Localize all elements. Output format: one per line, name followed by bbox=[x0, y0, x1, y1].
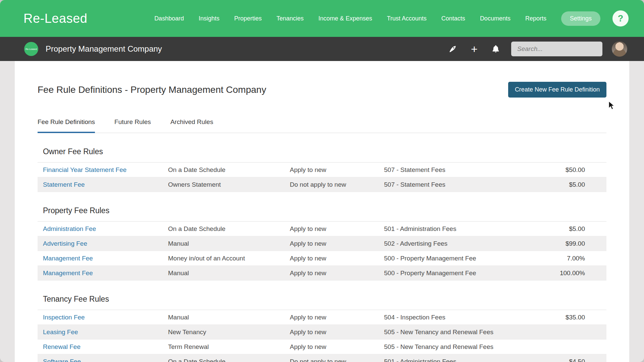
fee-rule-link[interactable]: Renewal Fee bbox=[43, 343, 80, 350]
fee-rule-link[interactable]: Administration Fee bbox=[43, 225, 96, 232]
nav-item-income-expenses[interactable]: Income & Expenses bbox=[318, 15, 372, 22]
fee-rule-apply-mode: Apply to new bbox=[290, 166, 384, 174]
fee-rule-link[interactable]: Management Fee bbox=[43, 269, 93, 277]
section-title: Owner Fee Rules bbox=[38, 147, 606, 156]
fee-rule-apply-mode: Apply to new bbox=[290, 255, 384, 262]
fee-rule-row: Renewal FeeTerm RenewalApply to new505 -… bbox=[38, 340, 606, 354]
app-window: Re-Leased DashboardInsightsPropertiesTen… bbox=[0, 0, 644, 362]
fee-rule-schedule-type: On a Date Schedule bbox=[168, 166, 290, 174]
tab-fee-rule-definitions[interactable]: Fee Rule Definitions bbox=[38, 118, 95, 133]
fee-rule-schedule-type: Term Renewal bbox=[168, 343, 290, 351]
main-nav: DashboardInsightsPropertiesTenanciesInco… bbox=[154, 11, 600, 26]
fee-rule-account: 507 - Statement Fees bbox=[384, 181, 536, 188]
fee-rule-name-cell: Management Fee bbox=[38, 269, 168, 277]
fee-rule-apply-mode: Apply to new bbox=[290, 314, 384, 321]
company-bar-actions: + bbox=[447, 41, 627, 57]
fee-rule-link[interactable]: Financial Year Statement Fee bbox=[43, 166, 126, 173]
fee-rule-name-cell: Inspection Fee bbox=[38, 314, 168, 321]
fee-rule-link[interactable]: Statement Fee bbox=[43, 181, 85, 188]
fee-rule-row: Statement FeeOwners StatementDo not appl… bbox=[38, 177, 606, 192]
fee-rule-amount: 7.00% bbox=[536, 255, 606, 262]
fee-rule-account: 501 - Administration Fees bbox=[384, 225, 536, 233]
fee-rule-account: 505 - New Tenancy and Renewal Fees bbox=[384, 328, 536, 336]
fee-rule-schedule-type: Manual bbox=[168, 314, 290, 321]
fee-rule-name-cell: Software Fee bbox=[38, 358, 168, 362]
fee-rule-link[interactable]: Inspection Fee bbox=[43, 314, 85, 321]
fee-section-owner-fee-rules: Owner Fee RulesFinancial Year Statement … bbox=[38, 147, 606, 192]
page-title: Fee Rule Definitions - Property Manageme… bbox=[38, 84, 266, 95]
fee-rule-amount: $4.50 bbox=[536, 358, 606, 362]
fee-rule-name-cell: Renewal Fee bbox=[38, 343, 168, 351]
nav-item-trust-accounts[interactable]: Trust Accounts bbox=[387, 15, 426, 22]
company-logo-icon: Re-Leased bbox=[24, 42, 38, 56]
fee-rule-row: Management FeeMoney in/out of an Account… bbox=[38, 251, 606, 266]
company-bar: Re-Leased Property Management Company + bbox=[0, 37, 644, 61]
search-input[interactable] bbox=[511, 42, 602, 56]
fee-rule-account: 504 - Inspection Fees bbox=[384, 314, 536, 321]
fee-rule-amount: $50.00 bbox=[536, 166, 606, 174]
fee-rule-link[interactable]: Software Fee bbox=[43, 358, 81, 362]
fee-rule-schedule-type: On a Date Schedule bbox=[168, 225, 290, 233]
question-mark-icon: ? bbox=[618, 13, 624, 24]
nav-item-properties[interactable]: Properties bbox=[234, 15, 262, 22]
fee-rule-row: Management FeeManualApply to new500 - Pr… bbox=[38, 266, 606, 281]
fee-rule-apply-mode: Apply to new bbox=[290, 269, 384, 277]
fee-rule-schedule-type: On a Date Schedule bbox=[168, 358, 290, 362]
top-nav: Re-Leased DashboardInsightsPropertiesTen… bbox=[0, 0, 644, 37]
fee-rule-amount: $99.00 bbox=[536, 240, 606, 247]
nav-item-tenancies[interactable]: Tenancies bbox=[276, 15, 304, 22]
fee-rule-name-cell: Management Fee bbox=[38, 255, 168, 262]
fee-rule-row: Administration FeeOn a Date ScheduleAppl… bbox=[38, 222, 606, 236]
nav-item-contacts[interactable]: Contacts bbox=[441, 15, 465, 22]
notifications-bell-icon[interactable] bbox=[490, 43, 502, 55]
fee-section-property-fee-rules: Property Fee RulesAdministration FeeOn a… bbox=[38, 206, 606, 281]
nav-item-documents[interactable]: Documents bbox=[480, 15, 511, 22]
fee-rule-link[interactable]: Leasing Fee bbox=[43, 328, 78, 336]
help-button[interactable]: ? bbox=[612, 10, 629, 26]
fee-rule-schedule-type: Owners Statement bbox=[168, 181, 290, 188]
fee-rule-row: Inspection FeeManualApply to new504 - In… bbox=[38, 310, 606, 325]
fee-rule-name-cell: Administration Fee bbox=[38, 225, 168, 233]
fee-rule-amount: $5.00 bbox=[536, 181, 606, 188]
nav-item-insights[interactable]: Insights bbox=[199, 15, 219, 22]
fee-rule-link[interactable]: Management Fee bbox=[43, 255, 93, 262]
rocket-icon[interactable] bbox=[447, 43, 459, 55]
fee-rule-row: Financial Year Statement FeeOn a Date Sc… bbox=[38, 163, 606, 177]
fee-rule-amount: 100.00% bbox=[536, 269, 606, 277]
tab-future-rules[interactable]: Future Rules bbox=[114, 118, 151, 133]
nav-item-settings[interactable]: Settings bbox=[561, 11, 600, 26]
fee-sections: Owner Fee RulesFinancial Year Statement … bbox=[38, 147, 606, 362]
section-title: Property Fee Rules bbox=[38, 206, 606, 215]
fee-rule-account: 500 - Property Management Fee bbox=[384, 255, 536, 262]
fee-rule-schedule-type: Manual bbox=[168, 269, 290, 277]
nav-item-reports[interactable]: Reports bbox=[525, 15, 546, 22]
add-icon[interactable]: + bbox=[468, 43, 480, 55]
company-name[interactable]: Property Management Company bbox=[46, 44, 162, 54]
fee-rule-schedule-type: New Tenancy bbox=[168, 328, 290, 336]
fee-rule-name-cell: Leasing Fee bbox=[38, 328, 168, 336]
fee-rule-name-cell: Statement Fee bbox=[38, 181, 168, 188]
fee-rule-amount: $5.00 bbox=[536, 225, 606, 233]
fee-rule-table: Administration FeeOn a Date ScheduleAppl… bbox=[38, 221, 606, 281]
fee-rule-link[interactable]: Advertising Fee bbox=[43, 240, 87, 247]
fee-rule-name-cell: Advertising Fee bbox=[38, 240, 168, 247]
fee-rule-account: 500 - Property Management Fee bbox=[384, 269, 536, 277]
user-avatar[interactable] bbox=[612, 41, 627, 57]
section-title: Tenancy Fee Rules bbox=[38, 295, 606, 304]
fee-rule-apply-mode: Do not apply to new bbox=[290, 358, 384, 362]
nav-item-dashboard[interactable]: Dashboard bbox=[154, 15, 184, 22]
tab-archived-rules[interactable]: Archived Rules bbox=[170, 118, 213, 133]
plus-glyph: + bbox=[471, 43, 478, 55]
tabs: Fee Rule DefinitionsFuture RulesArchived… bbox=[38, 118, 606, 133]
fee-rule-table: Inspection FeeManualApply to new504 - In… bbox=[38, 310, 606, 362]
create-fee-rule-button[interactable]: Create New Fee Rule Definition bbox=[508, 82, 606, 98]
fee-rule-apply-mode: Apply to new bbox=[290, 343, 384, 351]
fee-rule-table: Financial Year Statement FeeOn a Date Sc… bbox=[38, 162, 606, 192]
brand-logo[interactable]: Re-Leased bbox=[23, 11, 87, 26]
page-header: Fee Rule Definitions - Property Manageme… bbox=[38, 82, 606, 98]
fee-rule-schedule-type: Money in/out of an Account bbox=[168, 255, 290, 262]
fee-rule-amount: $35.00 bbox=[536, 314, 606, 321]
fee-rule-row: Software FeeOn a Date ScheduleDo not app… bbox=[38, 354, 606, 362]
fee-rule-apply-mode: Apply to new bbox=[290, 240, 384, 247]
fee-rule-apply-mode: Do not apply to new bbox=[290, 181, 384, 188]
